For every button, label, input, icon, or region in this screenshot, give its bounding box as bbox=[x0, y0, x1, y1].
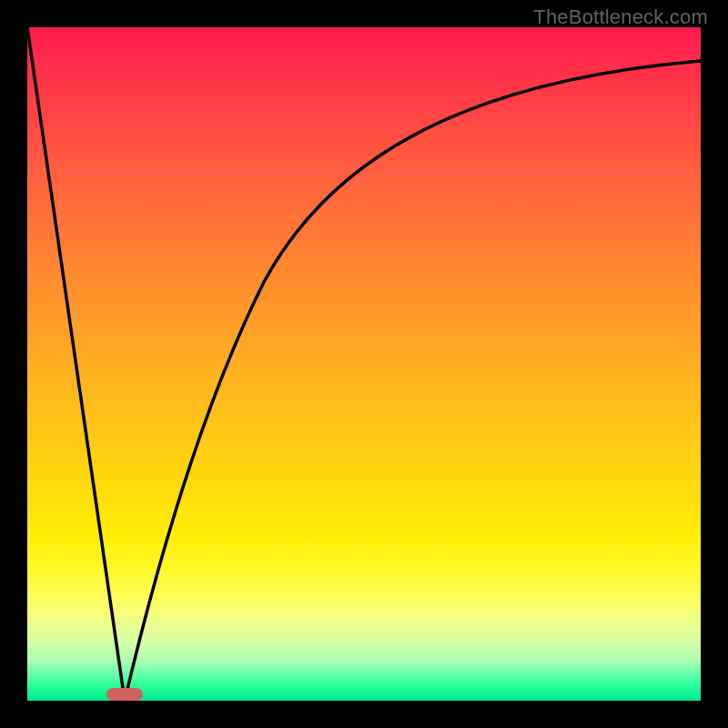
right-growth-curve bbox=[125, 61, 701, 701]
left-descent-line bbox=[27, 27, 125, 701]
curve-layer bbox=[27, 27, 701, 701]
plot-area bbox=[27, 27, 701, 701]
bottleneck-marker bbox=[106, 688, 143, 701]
watermark-text: TheBottleneck.com bbox=[533, 5, 708, 29]
chart-frame: TheBottleneck.com bbox=[0, 0, 728, 728]
